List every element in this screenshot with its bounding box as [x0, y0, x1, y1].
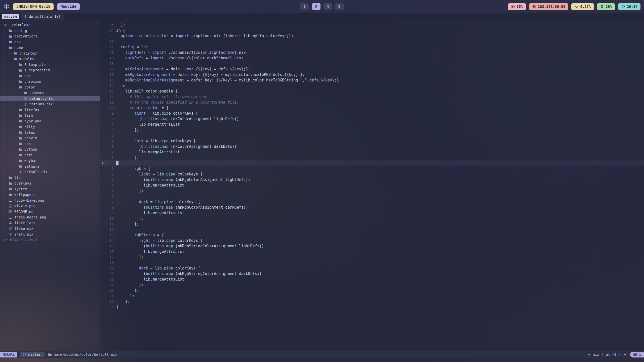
- tree-item-0-template[interactable]: 0_template: [0, 62, 100, 68]
- code-line[interactable]: 17 ];: [100, 254, 644, 260]
- code-line[interactable]: 24in {: [100, 28, 644, 33]
- tree-item-waybar[interactable]: waybar: [0, 158, 100, 164]
- code-line[interactable]: 2 light = lib.pipe colorKeys [: [100, 171, 644, 177]
- workspace-1[interactable]: 1: [300, 3, 309, 10]
- tree-item-nixflake[interactable]: ~/NixFlake: [0, 22, 100, 28]
- code-line[interactable]: 25 ];: [100, 22, 644, 28]
- tree-item-hyprland[interactable]: hyprland: [0, 118, 100, 124]
- tree-item-home[interactable]: home: [0, 45, 100, 51]
- tree-item-modules[interactable]: modules: [0, 56, 100, 62]
- tree-item-latex[interactable]: latex: [0, 130, 100, 135]
- workspace-2[interactable]: 2: [312, 3, 320, 10]
- code-line[interactable]: 10 ];: [100, 216, 644, 221]
- workspace-4[interactable]: 4: [324, 3, 332, 10]
- code-line[interactable]: 21 config = let: [100, 44, 644, 50]
- code-line[interactable]: 14 light = lib.pipe colorKeys [: [100, 238, 644, 243]
- tree-item-readme-md[interactable]: README.md: [0, 209, 100, 215]
- code-line[interactable]: 20 (builtins.map (mkRgbStringColorAssign…: [100, 271, 644, 277]
- code-line-current[interactable]: 65: [100, 160, 644, 166]
- code-line[interactable]: 18: [100, 61, 644, 66]
- tree-item-shell-nix[interactable]: shell.nix: [0, 232, 100, 237]
- code-line[interactable]: 26}: [100, 304, 644, 310]
- code-line[interactable]: 9 light = lib.pipe colorKeys [: [100, 111, 644, 116]
- code-line[interactable]: 19 darkDefs = import ./schemes/${color.d…: [100, 55, 644, 61]
- code-line[interactable]: 13 rgbString = {: [100, 232, 644, 238]
- workspace-9[interactable]: 9: [335, 3, 344, 10]
- tree-item-schemes[interactable]: schemes: [0, 90, 100, 96]
- tree-item-rofi[interactable]: rofi: [0, 152, 100, 158]
- code-line[interactable]: 25 };: [100, 299, 644, 304]
- code-line[interactable]: 18: [100, 260, 644, 265]
- tree-item-derivations[interactable]: derivations: [0, 33, 100, 39]
- code-line[interactable]: 2 lib.mergeAttrsList: [100, 149, 644, 155]
- tab-default-nix[interactable]: 1 default.nix[1+]: [21, 13, 64, 20]
- tree-item-kitty[interactable]: kitty: [0, 124, 100, 130]
- code-line[interactable]: 20 lightDefs = import ./schemes/${color.…: [100, 50, 644, 55]
- code-line[interactable]: 11 # to the values specified in a colors…: [100, 100, 644, 105]
- tree-item-options-nix[interactable]: options.nix: [0, 101, 100, 107]
- tree-item-chromium[interactable]: chromium: [0, 79, 100, 84]
- tree-item-python[interactable]: python: [0, 147, 100, 152]
- tree-item-1-deprecated[interactable]: 1_deprecated: [0, 67, 100, 73]
- code-line[interactable]: 1 rgb = {: [100, 166, 644, 171]
- tree-item-nixvim-png[interactable]: NixVim.png: [0, 203, 100, 209]
- code-line[interactable]: 16 mkRgbColorAssignment = defs: key: {${…: [100, 72, 644, 77]
- code-line[interactable]: 9 lib.mergeAttrsList: [100, 210, 644, 216]
- indent-guide: [4, 101, 9, 107]
- code-line[interactable]: 3 (builtins.map (mkRgbColorAssignment li…: [100, 177, 644, 183]
- tree-item-firefox[interactable]: firefox: [0, 107, 100, 113]
- code-line[interactable]: 8 (builtins.map (mkColorAssignment light…: [100, 116, 644, 122]
- code-line[interactable]: 6: [100, 194, 644, 199]
- tree-item-env[interactable]: env: [0, 39, 100, 45]
- code-line[interactable]: 12: [100, 227, 644, 232]
- code-line[interactable]: 7 dark = lib.pipe colorKeys [: [100, 199, 644, 205]
- code-line[interactable]: 5: [100, 133, 644, 138]
- code-line[interactable]: 15 (builtins.map (mkRgbStringColorAssign…: [100, 243, 644, 249]
- tree-item-color[interactable]: color: [0, 84, 100, 90]
- code-line[interactable]: 23 options.modules.color = import ./opti…: [100, 33, 644, 39]
- code-line[interactable]: 12 # This module sets its own options: [100, 94, 644, 100]
- tree-item-lib[interactable]: lib: [0, 175, 100, 181]
- code-line[interactable]: 16 lib.mergeAttrsList: [100, 249, 644, 254]
- tree-item-default-nix[interactable]: default.nix: [0, 169, 100, 175]
- tree-item-fish[interactable]: fish: [0, 113, 100, 118]
- code-line[interactable]: 17 mkColorAssignment = defs: key: {${key…: [100, 66, 644, 72]
- tree-item-overlays[interactable]: overlays: [0, 180, 100, 186]
- tree-item-config[interactable]: config: [0, 28, 100, 34]
- code-line[interactable]: 11 };: [100, 221, 644, 227]
- code-line[interactable]: 3 (builtins.map (mkColorAssignment darkD…: [100, 144, 644, 149]
- tree-item-christoph[interactable]: christoph: [0, 51, 100, 56]
- tree-item-default-nix[interactable]: default.nix: [0, 96, 100, 102]
- code-line[interactable]: 8 (builtins.map (mkRgbColorAssignment da…: [100, 205, 644, 210]
- code-line[interactable]: 4 dark = lib.pipe colorKeys [: [100, 138, 644, 144]
- tree-item-foggy-lake-png[interactable]: Foggy-Lake.png: [0, 198, 100, 203]
- line-number: 10: [100, 105, 114, 111]
- code-line[interactable]: 13 lib.mkIf color.enable {: [100, 88, 644, 94]
- tree-item-nnn[interactable]: nnn: [0, 141, 100, 147]
- tree-item-label: python: [24, 147, 37, 151]
- code-line[interactable]: 6 ];: [100, 127, 644, 133]
- tree-item-wallpapers[interactable]: wallpapers: [0, 192, 100, 198]
- tree-item-ags[interactable]: ags: [0, 73, 100, 79]
- tree-item-neovim[interactable]: neovim: [0, 135, 100, 141]
- code-line[interactable]: 1 ];: [100, 155, 644, 160]
- code-line[interactable]: 14 in: [100, 83, 644, 88]
- code-line[interactable]: 22: [100, 39, 644, 44]
- line-number: 24: [100, 293, 114, 299]
- code-line[interactable]: 19 dark = lib.pipe colorKeys [: [100, 265, 644, 271]
- code-line[interactable]: 24 };: [100, 293, 644, 299]
- code-line[interactable]: 15 mkRgbStringColorAssignment = defs: ke…: [100, 77, 644, 83]
- code-line[interactable]: 7 lib.mergeAttrsList: [100, 122, 644, 127]
- code-line[interactable]: 21 lib.mergeAttrsList: [100, 277, 644, 282]
- code-line[interactable]: 10 modules.color = {: [100, 105, 644, 111]
- tree-item-system[interactable]: system: [0, 186, 100, 192]
- code-line[interactable]: 22 ];: [100, 282, 644, 288]
- code-line[interactable]: 5 ];: [100, 188, 644, 194]
- tree-item-zathura[interactable]: zathura: [0, 164, 100, 169]
- code-line[interactable]: 23 };: [100, 288, 644, 293]
- line-text: darkDefs = import ./schemes/${color.dark…: [116, 55, 244, 61]
- code-line[interactable]: 4 lib.mergeAttrsList: [100, 183, 644, 188]
- tree-item-three-bears-png[interactable]: Three-Bears.png: [0, 214, 100, 220]
- tree-item-flake-lock[interactable]: flake.lock: [0, 220, 100, 226]
- tree-item-flake-nix[interactable]: flake.nix: [0, 226, 100, 232]
